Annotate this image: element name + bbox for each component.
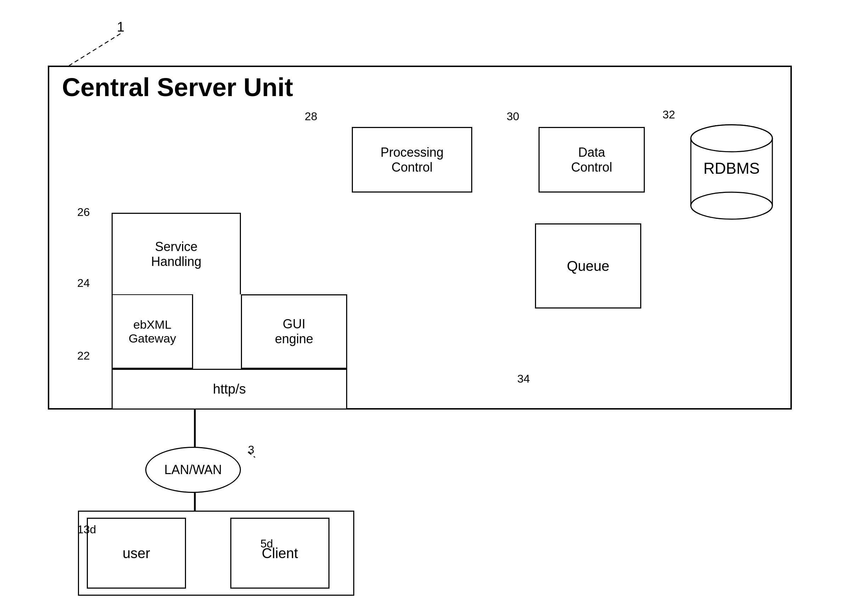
ref-24-label: 24: [77, 277, 90, 290]
svg-line-3: [69, 34, 121, 65]
gui-engine-box: GUIengine: [241, 294, 347, 369]
server-unit-title: Central Server Unit: [62, 73, 293, 102]
processing-control-box: ProcessingControl: [352, 127, 472, 193]
rdbms-cylinder: RDBMS: [687, 124, 776, 224]
ref-5d-label: 5d: [260, 537, 273, 550]
svg-point-33: [691, 125, 772, 152]
service-handling-box: ServiceHandling: [112, 213, 241, 294]
client-box: Client: [230, 518, 330, 589]
lanwan-oval: LAN/WAN: [145, 447, 241, 493]
ref-34-label: 34: [517, 372, 530, 385]
ref-28-label: 28: [305, 110, 318, 123]
queue-box: Queue: [535, 224, 641, 309]
ebxml-gateway-box: ebXMLGateway: [112, 294, 193, 369]
svg-point-32: [691, 192, 772, 219]
ref-32-label: 32: [662, 108, 675, 121]
ref-22-label: 22: [77, 349, 90, 362]
ref-3-label: 3: [248, 443, 254, 456]
ref-26-label: 26: [77, 206, 90, 219]
ref-30-label: 30: [507, 110, 519, 123]
data-control-box: DataControl: [538, 127, 645, 193]
diagram: 1 Central Server Unit ProcessingControl …: [0, 0, 868, 606]
user-box: user: [87, 518, 186, 589]
https-box: http/s: [112, 369, 347, 410]
ref-1-label: 1: [117, 20, 124, 35]
ref-13d-label: 13d: [77, 523, 96, 536]
